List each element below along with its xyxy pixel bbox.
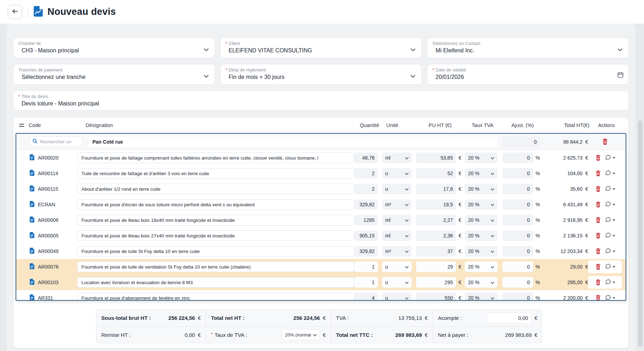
- designation-input[interactable]: Fourniture et pose de tuile St Foy delta…: [77, 246, 354, 257]
- delete-row-button[interactable]: [595, 232, 601, 239]
- comment-button[interactable]: [605, 248, 615, 255]
- section-title-input[interactable]: Pan Coté rue: [89, 137, 497, 147]
- qty-input[interactable]: 48,76: [354, 153, 378, 163]
- pu-input[interactable]: 2,36: [416, 230, 456, 241]
- comment-button[interactable]: [605, 154, 615, 161]
- unit-select[interactable]: m²: [382, 246, 412, 257]
- unit-select[interactable]: ml: [382, 215, 412, 225]
- chantier-field[interactable]: *Chantier lié CH3 - Maison principal: [13, 38, 215, 58]
- delete-row-button[interactable]: [595, 217, 601, 223]
- ajust-input[interactable]: 0: [502, 215, 533, 225]
- drag-handle-icon[interactable]: [19, 124, 24, 127]
- delete-row-button[interactable]: [595, 170, 601, 177]
- designation-input[interactable]: Location avec livraison et évacuation de…: [77, 277, 354, 288]
- ajust-input[interactable]: 0: [502, 277, 533, 288]
- ajust-input[interactable]: 0: [502, 261, 533, 272]
- designation-input[interactable]: About d'arêtier 1/2 rond en terre cuite: [77, 184, 354, 194]
- pu-input[interactable]: 52: [416, 168, 456, 179]
- pu-input[interactable]: 550: [416, 293, 456, 301]
- delete-row-button[interactable]: [595, 201, 601, 208]
- back-button[interactable]: [8, 5, 22, 19]
- qty-input[interactable]: 329,82: [354, 199, 378, 210]
- ajust-input[interactable]: 0: [502, 168, 533, 179]
- tva-select[interactable]: 20 %: [465, 230, 497, 241]
- unit-select[interactable]: u: [382, 261, 412, 272]
- delete-row-button[interactable]: [595, 186, 601, 192]
- tranches-field[interactable]: *Tranches de paiement Sélectionnez une t…: [13, 64, 215, 84]
- qty-input[interactable]: 329,82: [354, 246, 378, 257]
- unit-select[interactable]: ml: [382, 153, 412, 163]
- search-input[interactable]: Rechercher un: [29, 137, 83, 147]
- ajust-input[interactable]: 0: [502, 199, 533, 210]
- ajust-input[interactable]: 0: [502, 246, 533, 257]
- pu-input[interactable]: 295: [416, 277, 456, 288]
- designation-input[interactable]: Fourniture et pose d'écran de sous toitu…: [77, 199, 354, 210]
- ajust-input[interactable]: 0: [502, 230, 533, 241]
- qty-input[interactable]: 1285: [354, 215, 378, 225]
- tva-select[interactable]: 20 %: [465, 199, 497, 210]
- comment-button[interactable]: [605, 170, 615, 177]
- delete-row-button[interactable]: [595, 248, 601, 254]
- delete-row-button[interactable]: [595, 279, 601, 286]
- pu-input[interactable]: 17,8: [416, 184, 456, 194]
- field-label: Titre du devis: [22, 94, 48, 99]
- comment-button[interactable]: [605, 201, 615, 208]
- qty-input[interactable]: 2: [354, 168, 378, 179]
- tva-select[interactable]: 20 %: [465, 168, 497, 179]
- delai-field[interactable]: *Délai de règlement Fin de mois + 30 jou…: [221, 64, 422, 84]
- unit-select[interactable]: m²: [382, 199, 412, 210]
- delete-section-button[interactable]: [602, 138, 608, 145]
- contact-field[interactable]: *Sélectionnez un Contact Mi Eleifend Inc…: [427, 38, 628, 58]
- comment-button[interactable]: [605, 217, 615, 224]
- delete-row-button[interactable]: [595, 295, 601, 301]
- designation-input[interactable]: Tuile de rencontre de faîtage et d'arêti…: [77, 168, 354, 179]
- designation-input[interactable]: Fourniture et pose de faîtage comprenant…: [77, 153, 354, 163]
- designation-input[interactable]: Fourniture et pose de tuile de ventilati…: [77, 261, 354, 272]
- currency-symbol: €: [323, 315, 326, 321]
- tva-select[interactable]: 20 %: [465, 261, 497, 272]
- qty-input[interactable]: 1: [354, 261, 378, 272]
- comment-button[interactable]: [605, 279, 615, 286]
- designation-input[interactable]: Fourniture et pose de liteau bois 27x40 …: [77, 230, 354, 241]
- pu-input[interactable]: 53,85: [416, 153, 456, 163]
- pu-input[interactable]: 2,27: [416, 215, 456, 225]
- comment-button[interactable]: [605, 185, 615, 192]
- client-field[interactable]: *Client ELEIFEND VITAE CONSULTING: [221, 38, 422, 58]
- comment-button[interactable]: [605, 263, 615, 270]
- comment-button[interactable]: [605, 294, 615, 301]
- unit-select[interactable]: u: [382, 293, 412, 301]
- page-scrollbar[interactable]: [638, 120, 643, 347]
- currency-symbol: €: [458, 155, 461, 161]
- tva-select[interactable]: 20 %: [465, 153, 497, 163]
- delete-row-button[interactable]: [595, 155, 601, 161]
- ajust-input[interactable]: 0: [502, 293, 533, 301]
- qty-input[interactable]: 4: [354, 293, 378, 301]
- qty-input[interactable]: 1: [354, 277, 378, 288]
- unit-select[interactable]: u: [382, 277, 412, 288]
- unit-select[interactable]: u: [382, 184, 412, 194]
- tva-select[interactable]: 20 %: [465, 215, 497, 225]
- titre-devis-field[interactable]: *Titre du devis Devis toiture - Maison p…: [13, 91, 628, 110]
- currency-symbol: €: [458, 264, 461, 270]
- unit-select[interactable]: u: [382, 168, 412, 179]
- designation-input[interactable]: Fourniture et pose d'abergement de fenêt…: [77, 293, 354, 301]
- qty-input[interactable]: 2: [354, 184, 378, 194]
- tva-select[interactable]: 20 %: [465, 293, 497, 301]
- date-validite-field[interactable]: *Date de validité 20/01/2026: [427, 64, 628, 84]
- pu-input[interactable]: 19,5: [416, 199, 456, 210]
- designation-input[interactable]: Fourniture et pose de liteau bois 18x40 …: [77, 215, 354, 225]
- ajust-input[interactable]: 0: [502, 153, 533, 163]
- unit-select[interactable]: ml: [382, 230, 412, 241]
- tva-select[interactable]: 20 %: [465, 184, 497, 194]
- pu-input[interactable]: 37: [416, 246, 456, 257]
- tva-select[interactable]: 20 %: [465, 277, 497, 288]
- ajust-input[interactable]: 0: [502, 184, 533, 194]
- tva-select[interactable]: 20 %: [465, 246, 497, 257]
- section-ajust-input[interactable]: 0: [502, 137, 540, 147]
- acompte-input[interactable]: 0,00: [486, 312, 532, 324]
- qty-input[interactable]: 905,15: [354, 230, 378, 241]
- pu-input[interactable]: 29: [416, 261, 456, 272]
- taux-tva-select[interactable]: 20% (normal: [282, 329, 320, 340]
- comment-button[interactable]: [605, 232, 615, 239]
- delete-row-button[interactable]: [595, 264, 601, 270]
